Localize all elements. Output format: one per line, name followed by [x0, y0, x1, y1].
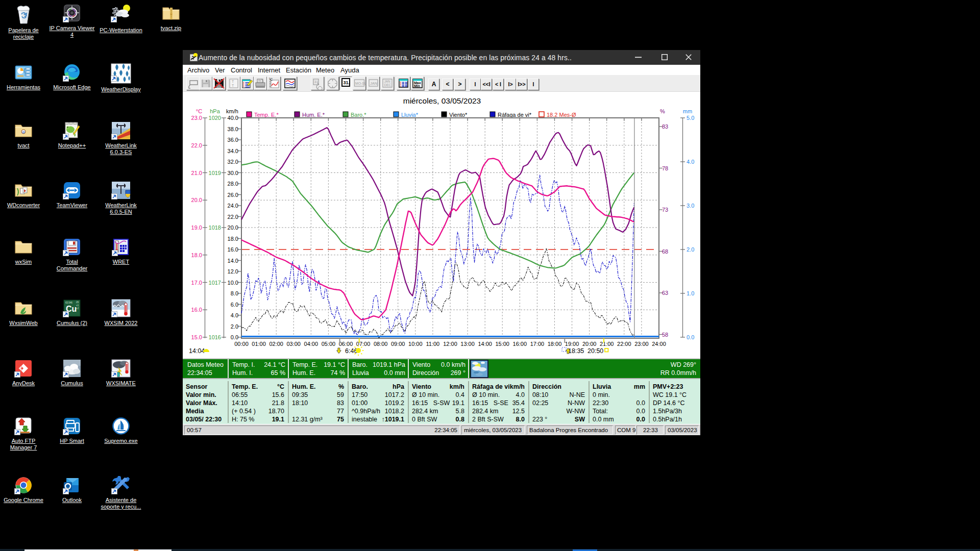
svg-text:JAN: JAN [370, 81, 377, 86]
svg-text:58: 58 [662, 332, 668, 338]
svg-text:°C: °C [196, 108, 202, 114]
svg-text:16.0: 16.0 [191, 307, 202, 313]
svg-text:02:00: 02:00 [269, 341, 283, 347]
svg-text:38.0: 38.0 [228, 126, 238, 132]
svg-text:68: 68 [662, 248, 668, 255]
svg-text:3.0: 3.0 [687, 203, 694, 209]
svg-text:18.0: 18.0 [228, 236, 238, 242]
svg-text:23.0: 23.0 [191, 115, 202, 121]
svg-text:00:00: 00:00 [234, 341, 249, 347]
svg-text:05:00: 05:00 [322, 341, 336, 347]
svg-text:1019: 1019 [209, 170, 221, 176]
svg-text:20:50: 20:50 [587, 347, 603, 355]
svg-text:11:00: 11:00 [426, 341, 440, 347]
svg-text:1017: 1017 [209, 280, 221, 286]
svg-text:20.0: 20.0 [228, 224, 238, 231]
svg-text:12:00: 12:00 [443, 341, 457, 347]
svg-text:73: 73 [662, 207, 668, 213]
svg-text:40.0: 40.0 [228, 115, 238, 121]
svg-text:Temp. E.*: Temp. E.* [254, 112, 279, 118]
svg-text:08:00: 08:00 [374, 341, 388, 347]
svg-text:26.0: 26.0 [228, 192, 238, 198]
svg-text:16.0: 16.0 [228, 246, 238, 253]
svg-text:Min: Min [414, 84, 420, 88]
svg-text:JAN: JAN [384, 80, 391, 83]
svg-text:2.0: 2.0 [231, 323, 238, 330]
svg-text:16:00: 16:00 [513, 341, 527, 347]
svg-text:17:00: 17:00 [530, 341, 545, 347]
svg-text:29: 29 [76, 301, 79, 304]
svg-text:Viento*: Viento* [449, 112, 468, 118]
svg-text:22.0: 22.0 [228, 214, 238, 220]
svg-text:03:00: 03:00 [286, 341, 301, 347]
svg-text:Lluvia*: Lluvia* [401, 112, 419, 118]
svg-text:5.0: 5.0 [687, 115, 694, 121]
svg-text:8.0: 8.0 [231, 290, 238, 296]
svg-text:31.: 31. [344, 80, 350, 85]
svg-text:Hum. E.*: Hum. E.* [302, 112, 325, 118]
svg-text:21.0: 21.0 [191, 170, 202, 176]
svg-text:15.0: 15.0 [191, 334, 202, 340]
svg-text:10:00: 10:00 [408, 341, 423, 347]
svg-text:20:00: 20:00 [582, 341, 597, 347]
svg-text:28.0: 28.0 [228, 181, 238, 187]
svg-text:T: T [232, 80, 234, 83]
svg-text:06:00: 06:00 [339, 341, 353, 347]
svg-text:miércoles, 03/05/2023: miércoles, 03/05/2023 [403, 96, 481, 105]
svg-text:MO-SU: MO-SU [355, 82, 365, 85]
svg-text:36.0: 36.0 [228, 137, 238, 143]
svg-text:19:00: 19:00 [565, 341, 579, 347]
svg-text:09:00: 09:00 [391, 341, 405, 347]
svg-text:30.0: 30.0 [228, 170, 238, 176]
svg-text:14:00: 14:00 [478, 341, 492, 347]
svg-text:24.0: 24.0 [228, 203, 238, 209]
svg-text:63: 63 [662, 290, 668, 296]
svg-text:24:00: 24:00 [652, 341, 666, 347]
svg-text:63.546: 63.546 [65, 302, 72, 304]
svg-text:0.0: 0.0 [687, 334, 694, 340]
svg-text:Ráfaga de vi*: Ráfaga de vi* [498, 112, 532, 118]
svg-text:Baro.*: Baro.* [351, 112, 366, 118]
svg-text:+1: +1 [76, 304, 79, 307]
svg-text:34.0: 34.0 [228, 148, 238, 154]
svg-text:83: 83 [662, 123, 668, 130]
svg-text:23:00: 23:00 [634, 341, 649, 347]
svg-text:0.0: 0.0 [231, 334, 238, 340]
svg-text:10.0: 10.0 [228, 280, 238, 286]
svg-text:18.0: 18.0 [191, 252, 202, 258]
svg-text:km/h: km/h [226, 108, 238, 114]
svg-text:22:00: 22:00 [617, 341, 631, 347]
svg-text:20.0: 20.0 [191, 197, 202, 203]
svg-text:hPa: hPa [210, 108, 220, 114]
svg-text:15:00: 15:00 [495, 341, 509, 347]
svg-text:@: @ [22, 131, 25, 134]
svg-text:78: 78 [662, 165, 668, 171]
svg-text:17.0: 17.0 [191, 280, 202, 286]
svg-text:4.0: 4.0 [231, 312, 238, 318]
svg-text:12.0: 12.0 [228, 268, 238, 274]
svg-text:4.0: 4.0 [687, 159, 694, 165]
svg-text:04:00: 04:00 [304, 341, 318, 347]
svg-text:19.0: 19.0 [191, 224, 202, 231]
svg-text:T: T [232, 84, 234, 87]
svg-text:2.0: 2.0 [687, 246, 694, 253]
svg-text:13:00: 13:00 [460, 341, 475, 347]
svg-text:14:04: 14:04 [189, 347, 205, 355]
svg-text:1.0: 1.0 [687, 290, 694, 296]
svg-text:6.0: 6.0 [231, 302, 238, 308]
svg-text:1020: 1020 [209, 115, 221, 121]
svg-text:18.2 Mes-Ø: 18.2 Mes-Ø [547, 112, 576, 118]
svg-text:14.0: 14.0 [228, 258, 238, 264]
svg-text:01:00: 01:00 [252, 341, 266, 347]
svg-text:mm: mm [683, 108, 692, 114]
svg-text:32.0: 32.0 [228, 159, 238, 165]
svg-text:+2: +2 [76, 307, 79, 310]
svg-text:1016: 1016 [209, 334, 221, 340]
svg-text:1018: 1018 [209, 224, 221, 231]
svg-text:%: % [660, 108, 665, 114]
svg-text:°C: °C [269, 78, 273, 81]
svg-text:18:00: 18:00 [548, 341, 562, 347]
svg-text:DEC: DEC [384, 83, 391, 87]
svg-text:22.0: 22.0 [191, 142, 202, 148]
svg-text:21:00: 21:00 [600, 341, 614, 347]
